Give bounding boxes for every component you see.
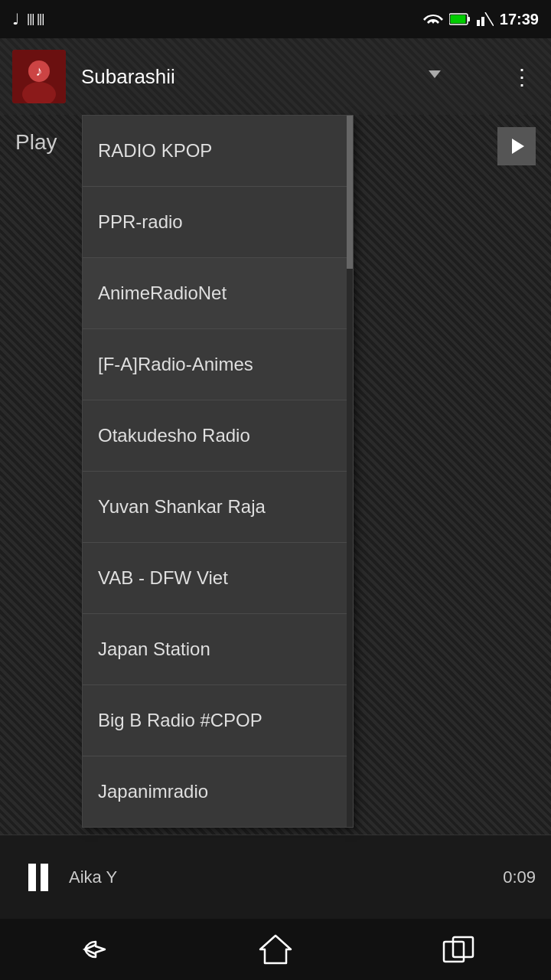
list-item[interactable]: Otakudesho Radio xyxy=(83,400,353,472)
more-options-button[interactable]: ⋮ xyxy=(505,58,539,96)
list-item[interactable]: [F-A]Radio-Animes xyxy=(83,329,353,400)
list-item[interactable]: Big B Radio #CPOP xyxy=(83,685,353,756)
svg-rect-5 xyxy=(481,17,484,26)
list-item[interactable]: Yuvan Shankar Raja xyxy=(83,472,353,543)
list-item[interactable]: AnimeRadioNet xyxy=(83,258,353,329)
home-button[interactable] xyxy=(245,926,306,972)
status-bar-right: 17:39 xyxy=(423,11,539,28)
app-bar: ♪ Subarashii ⋮ xyxy=(0,38,551,115)
avatar: ♪ xyxy=(12,50,66,103)
signal-icon xyxy=(477,12,494,26)
back-icon xyxy=(73,936,111,963)
recent-apps-icon xyxy=(442,936,476,963)
svg-text:♪: ♪ xyxy=(36,64,43,79)
app-title: Subarashii xyxy=(81,65,425,89)
status-bar-left: ♩ ||| ||| xyxy=(12,10,44,28)
svg-marker-10 xyxy=(429,70,441,78)
now-playing-track: Aika Y xyxy=(69,867,503,887)
svg-line-3 xyxy=(485,12,494,26)
svg-rect-2 xyxy=(450,15,465,24)
barcode-icon: ||| ||| xyxy=(27,12,44,26)
now-playing-bar: Aika Y 0:09 xyxy=(0,835,551,919)
list-item-japan-station[interactable]: Japan Station xyxy=(83,614,353,685)
home-icon xyxy=(259,934,292,965)
list-item[interactable]: VAB - DFW Viet xyxy=(83,543,353,614)
pause-icon xyxy=(28,864,48,891)
svg-rect-4 xyxy=(477,20,480,26)
dropdown-arrow-icon xyxy=(425,66,444,84)
bottom-navigation xyxy=(0,919,551,980)
pause-button[interactable] xyxy=(15,854,61,900)
battery-icon xyxy=(449,12,471,26)
scrollbar[interactable] xyxy=(347,116,353,827)
svg-rect-1 xyxy=(468,17,470,21)
music-note-icon: ♩ xyxy=(12,10,19,28)
list-item[interactable]: PPR-radio xyxy=(83,187,353,258)
svg-marker-13 xyxy=(260,936,291,963)
recent-apps-button[interactable] xyxy=(429,926,490,972)
list-item[interactable]: Japanimradio xyxy=(83,756,353,827)
scrollbar-thumb[interactable] xyxy=(347,116,353,269)
time-display: 17:39 xyxy=(500,11,539,28)
dropdown-menu: RADIO KPOP PPR-radio AnimeRadioNet [F-A]… xyxy=(82,115,354,828)
play-button[interactable] xyxy=(497,127,536,165)
main-content: Play RADIO KPOP PPR-radio AnimeRadioNet … xyxy=(0,115,551,835)
play-area: Play xyxy=(0,115,72,170)
playback-time: 0:09 xyxy=(503,867,536,887)
list-item[interactable]: RADIO KPOP xyxy=(83,116,353,187)
status-bar: ♩ ||| ||| 17:39 xyxy=(0,0,551,38)
wifi-icon xyxy=(423,11,443,27)
play-label: Play xyxy=(15,130,57,155)
back-button[interactable] xyxy=(61,926,122,972)
